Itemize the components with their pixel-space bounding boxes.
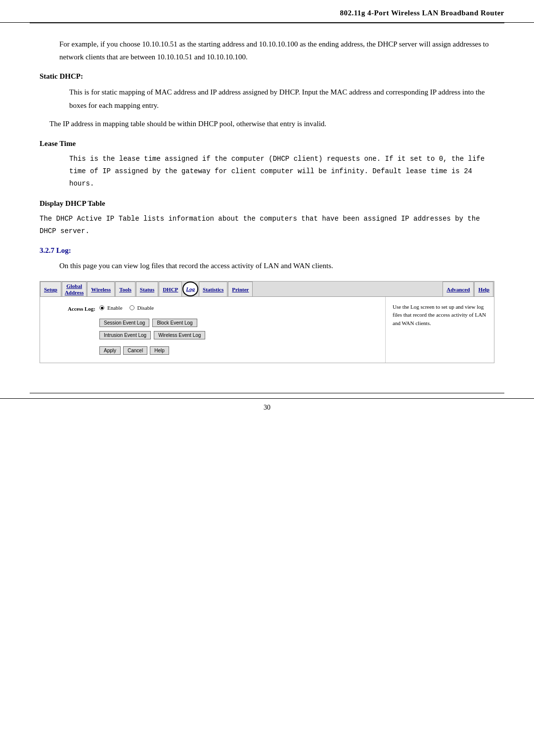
access-log-row: Access Log: Enable Disable (50, 305, 375, 312)
router-main: Access Log: Enable Disable Session Event… (40, 297, 385, 363)
wireless-event-log-button[interactable]: Wireless Event Log (154, 331, 205, 339)
sidebar-text: Use the Log screen to set up and view lo… (393, 304, 486, 326)
nav-global[interactable]: Global Address (62, 282, 87, 296)
nav-setup[interactable]: Setup (40, 282, 61, 296)
lease-time-body: This is the lease time assigned if the c… (69, 153, 494, 190)
help-button[interactable]: Help (150, 346, 169, 355)
access-log-label: Access Log: (50, 306, 99, 312)
display-dhcp-section: Display DHCP Table The DHCP Active IP Ta… (40, 199, 494, 237)
page-number: 30 (264, 404, 270, 411)
nav-status[interactable]: Status (136, 282, 158, 296)
intro-paragraph: For example, if you choose 10.10.10.51 a… (59, 38, 494, 63)
nav-help[interactable]: Help (474, 282, 493, 296)
header-title: 802.11g 4-Port Wireless LAN Broadband Ro… (340, 9, 504, 17)
nav-printer[interactable]: Printer (228, 282, 253, 296)
lease-time-section: Lease Time This is the lease time assign… (40, 140, 494, 190)
disable-radio[interactable] (130, 305, 134, 310)
router-sidebar: Use the Log screen to set up and view lo… (385, 297, 494, 363)
session-event-log-button[interactable]: Session Event Log (99, 319, 149, 327)
static-dhcp-heading: Static DHCP: (40, 72, 494, 81)
display-dhcp-body: The DHCP Active IP Table lists informati… (40, 213, 494, 237)
display-dhcp-heading: Display DHCP Table (40, 199, 494, 208)
nav-tools[interactable]: Tools (115, 282, 135, 296)
action-buttons: Apply Cancel Help (99, 346, 375, 355)
static-dhcp-body1: This is for static mapping of MAC addres… (69, 86, 494, 112)
button-row-1: Session Event Log Block Event Log (99, 319, 375, 327)
intrusion-event-log-button[interactable]: Intrusion Event Log (99, 331, 151, 339)
block-event-log-button[interactable]: Block Event Log (152, 319, 197, 327)
router-ui-screenshot: Setup Global Address Wireless Tools Stat… (40, 281, 494, 363)
cancel-button[interactable]: Cancel (123, 346, 147, 355)
enable-label: Enable (107, 305, 123, 311)
nav-advanced[interactable]: Advanced (443, 282, 474, 296)
page-footer: 30 (0, 398, 534, 422)
log-heading: 3.2.7 Log: (40, 246, 494, 255)
nav-statistics[interactable]: Statistics (199, 282, 227, 296)
nav-wireless[interactable]: Wireless (87, 282, 115, 296)
lease-time-heading: Lease Time (40, 140, 494, 148)
radio-group: Enable Disable (99, 305, 154, 311)
nav-dhcp[interactable]: DHCP (159, 282, 182, 296)
static-dhcp-section: Static DHCP: This is for static mapping … (40, 72, 494, 131)
static-dhcp-body2: The IP address in mapping table should b… (49, 117, 494, 131)
enable-radio[interactable] (99, 305, 104, 310)
page-header: 802.11g 4-Port Wireless LAN Broadband Ro… (0, 0, 534, 23)
nav-log[interactable]: Log (182, 282, 198, 296)
main-content: For example, if you choose 10.10.10.51 a… (0, 23, 534, 393)
log-body: On this page you can view log files that… (59, 260, 494, 273)
log-section: 3.2.7 Log: On this page you can view log… (40, 246, 494, 273)
apply-button[interactable]: Apply (99, 346, 121, 355)
button-row-2: Intrusion Event Log Wireless Event Log (99, 331, 375, 339)
disable-label: Disable (137, 305, 154, 311)
router-nav: Setup Global Address Wireless Tools Stat… (40, 282, 494, 296)
router-body: Access Log: Enable Disable Session Event… (40, 297, 494, 363)
